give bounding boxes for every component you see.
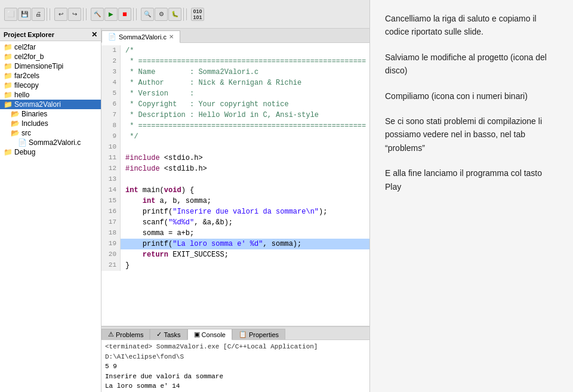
line-number: 14 — [101, 185, 121, 196]
code-line-16: 16 printf("Inserire due valori da sommar… — [101, 206, 369, 217]
bottom-panel: ⚠Problems✓Tasks▣Console📋Properties <term… — [101, 326, 369, 392]
tab-close-icon[interactable]: ✕ — [169, 33, 174, 40]
project-explorer: Project Explorer ✕ 📁cel2far📁cel2for_b📁Di… — [0, 29, 101, 392]
code-line-3: 3 * Name : Somma2Valori.c — [101, 67, 369, 78]
console-terminated-line: <terminated> Somma2Valori.exe [C/C++Loca… — [105, 342, 366, 362]
code-line-9: 9 */ — [101, 131, 369, 142]
line-content: int a, b, somma; — [121, 196, 211, 206]
code-line-7: 7 * Description : Hello World in C, Ansi… — [101, 110, 369, 121]
redo-button[interactable]: ↪ — [68, 8, 81, 21]
tree-item-icon: 📂 — [11, 129, 20, 137]
code-line-10: 10 — [101, 142, 369, 153]
console-line: Inserire due valori da sommare — [105, 372, 366, 382]
line-content: scanf("%d%d", &a,&b); — [121, 217, 233, 228]
line-number: 11 — [101, 153, 121, 163]
line-content: * Description : Hello World in C, Ansi-s… — [121, 110, 319, 121]
search-button[interactable]: 🔍 — [141, 8, 154, 21]
build-button[interactable]: 🔨 — [91, 8, 104, 21]
bottom-tab-console[interactable]: ▣Console — [187, 329, 232, 340]
toolbar-group-file: ⬜ 💾 🖨 — [2, 8, 47, 21]
debug-button[interactable]: 🐛 — [168, 8, 181, 21]
tree-item-somma2valori[interactable]: 📁Somma2Valori — [0, 100, 101, 109]
instruction-block-1: Cancelliamo la riga di saluto e copiamo … — [385, 12, 558, 39]
tree-item-label: far2cels — [14, 72, 39, 80]
tab-file-icon: 📄 — [108, 33, 116, 41]
tree-item-dimensionetipi[interactable]: 📁DimensioneTipi — [0, 61, 101, 71]
instruction-block-3: Compiliamo (icona con i numeri binari) — [385, 89, 558, 103]
tree-item-icon: 📂 — [11, 119, 20, 128]
tree-item-somma2valori-c[interactable]: 📄Somma2Valori.c — [0, 138, 101, 147]
line-number: 2 — [101, 56, 121, 67]
tree-item-icon: 📁 — [4, 148, 13, 156]
tree-item-label: Binaries — [21, 110, 47, 118]
tree-item-label: cel2for_b — [14, 53, 44, 61]
code-line-19: 19 printf("La loro somma e' %d", somma); — [101, 239, 369, 249]
new-button[interactable]: ⬜ — [4, 8, 17, 21]
tab-label: Console — [202, 331, 226, 338]
tree-item-icon: 📄 — [18, 138, 27, 147]
tree-item-hello[interactable]: 📁hello — [0, 90, 101, 100]
tree-item-label: src — [21, 129, 31, 137]
tab-icon: 📋 — [239, 331, 247, 338]
line-number: 7 — [101, 110, 121, 121]
stop-button[interactable]: ⏹ — [118, 8, 131, 21]
editor-area: 📄 Somma2Valori.c ✕ 1/*2 * ==============… — [101, 29, 369, 392]
instruction-text: Se ci sono stati problemi di compilazion… — [385, 115, 558, 155]
run-button[interactable]: ▶ — [104, 8, 118, 21]
line-content — [121, 174, 125, 185]
tree-item-label: DimensioneTipi — [14, 62, 63, 70]
tree-item-icon: 📁 — [4, 100, 13, 109]
line-content: return EXIT_SUCCESS; — [121, 249, 229, 260]
editor-tab-somma2valori[interactable]: 📄 Somma2Valori.c ✕ — [101, 30, 180, 43]
save-button[interactable]: 💾 — [18, 8, 31, 21]
code-line-1: 1/* — [101, 45, 369, 56]
bottom-tab-problems[interactable]: ⚠Problems — [101, 329, 150, 339]
code-line-4: 4 * Author : Nick & Kernigan & Richie — [101, 78, 369, 88]
line-content: * ======================================… — [121, 56, 366, 67]
line-number: 17 — [101, 217, 121, 228]
line-number: 12 — [101, 163, 121, 174]
line-content: * Author : Nick & Kernigan & Richie — [121, 78, 301, 88]
undo-button[interactable]: ↩ — [54, 8, 67, 21]
instruction-text: Cancelliamo la riga di saluto e copiamo … — [385, 12, 558, 39]
instruction-block-2: Salviamo le modifiche al progetto (icona… — [385, 51, 558, 78]
line-number: 1 — [101, 45, 121, 56]
line-number: 15 — [101, 196, 121, 206]
bottom-tab-properties[interactable]: 📋Properties — [232, 329, 285, 339]
code-line-13: 13 — [101, 174, 369, 185]
line-number: 16 — [101, 206, 121, 217]
tab-label: Problems — [116, 331, 143, 338]
tree-item-icon: 📁 — [4, 91, 13, 99]
pe-tree: 📁cel2far📁cel2for_b📁DimensioneTipi📁far2ce… — [0, 41, 101, 392]
line-content: * ======================================… — [121, 121, 366, 131]
editor-tab-bar: 📄 Somma2Valori.c ✕ — [101, 29, 369, 43]
tree-item-far2cels[interactable]: 📁far2cels — [0, 71, 101, 81]
line-number: 10 — [101, 142, 121, 153]
line-content: */ — [121, 131, 138, 142]
settings-button[interactable]: ⚙ — [155, 8, 168, 21]
toolbar-group-undo: ↩ ↪ — [53, 8, 84, 21]
line-content: * Copyright : Your copyright notice — [121, 99, 289, 110]
tab-icon: ✓ — [156, 331, 162, 338]
line-content: printf("La loro somma e' %d", somma); — [121, 239, 301, 249]
binary-button[interactable]: 010101 — [191, 8, 204, 21]
tree-item-icon: 📁 — [4, 62, 13, 70]
code-editor[interactable]: 1/*2 * =================================… — [101, 43, 369, 326]
tree-item-binaries[interactable]: 📂Binaries — [0, 109, 101, 119]
pe-close-icon[interactable]: ✕ — [91, 30, 97, 39]
tree-item-label: Somma2Valori.c — [29, 138, 81, 147]
ide-body: Project Explorer ✕ 📁cel2far📁cel2for_b📁Di… — [0, 29, 369, 392]
tree-item-cel2for-b[interactable]: 📁cel2for_b — [0, 52, 101, 61]
tree-item-cel2far[interactable]: 📁cel2far — [0, 42, 101, 52]
print-button[interactable]: 🖨 — [32, 8, 45, 21]
bottom-tab-tasks[interactable]: ✓Tasks — [150, 329, 187, 339]
tab-label: Properties — [249, 331, 279, 338]
tree-item-src[interactable]: 📂src — [0, 128, 101, 138]
line-number: 18 — [101, 228, 121, 239]
code-line-11: 11#include <stdio.h> — [101, 153, 369, 163]
code-line-17: 17 scanf("%d%d", &a,&b); — [101, 217, 369, 228]
tree-item-debug[interactable]: 📁Debug — [0, 147, 101, 157]
tree-item-filecopy[interactable]: 📁filecopy — [0, 81, 101, 90]
tree-item-includes[interactable]: 📂Includes — [0, 119, 101, 128]
tab-label: Somma2Valori.c — [119, 33, 167, 41]
